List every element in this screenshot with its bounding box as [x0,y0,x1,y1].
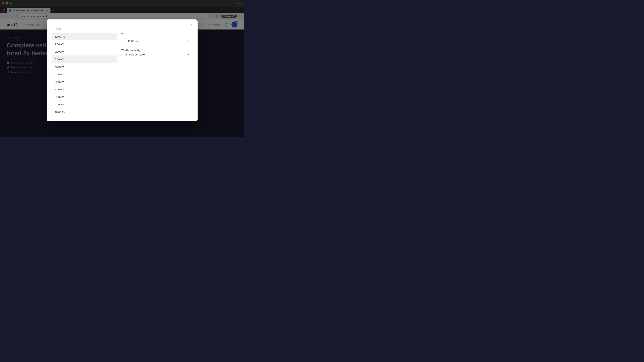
weekly-select-chevron-icon: ▾ [188,53,189,56]
time-option-7am[interactable]: 7:00 AM [52,86,117,93]
time-option-6am[interactable]: 6:00 AM [52,78,117,86]
time-option-4am[interactable]: 4:00 AM [52,63,117,70]
time-option-10am[interactable]: 10:00 AM [52,108,117,116]
to-field-label: To * [122,33,192,35]
time-option-8am[interactable]: 8:00 AM [52,93,117,101]
modal-right-panel: To * – 11:00 PM ▾ Weekly availability * … [122,25,192,116]
to-time-select[interactable]: 11:00 PM ▾ [125,37,192,45]
weekly-availability-group: Weekly availability * 35 hours per week … [122,49,192,56]
weekly-value: 35 hours per week [124,53,145,56]
time-option-1am[interactable]: 1:00 AM [52,40,117,48]
time-range-dash: – [122,39,123,42]
modal-close-btn[interactable]: × [189,22,194,27]
to-field-row: – 11:00 PM ▾ [122,37,192,45]
time-option-3am[interactable]: 3:00 AM [52,55,117,63]
dropdown-scroll[interactable]: 12:00 AM 1:00 AM 2:00 AM 3:00 AM 4:00 AM… [52,33,117,116]
time-option-2am[interactable]: 2:00 AM [52,48,117,55]
time-option-12am[interactable]: 12:00 AM [52,33,117,40]
time-option-9am[interactable]: 9:00 AM [52,101,117,108]
modal-dialog: × From 12:00 AM 1:00 AM 2:00 AM 3:00 AM [46,19,198,121]
weekly-label: Weekly availability * [122,49,192,52]
modal-body: × From 12:00 AM 1:00 AM 2:00 AM 3:00 AM [46,19,198,121]
to-field-group: To * – 11:00 PM ▾ [122,33,192,45]
to-time-value: 11:00 PM [128,39,138,42]
select-chevron-icon: ▾ [188,39,189,42]
dropdown-header: From [52,25,117,33]
time-option-5am[interactable]: 5:00 AM [52,70,117,78]
dropdown-placeholder: From [55,27,61,30]
time-from-dropdown: From 12:00 AM 1:00 AM 2:00 AM 3:00 AM 4:… [52,25,118,116]
weekly-availability-select[interactable]: 35 hours per week ▾ [122,53,192,56]
